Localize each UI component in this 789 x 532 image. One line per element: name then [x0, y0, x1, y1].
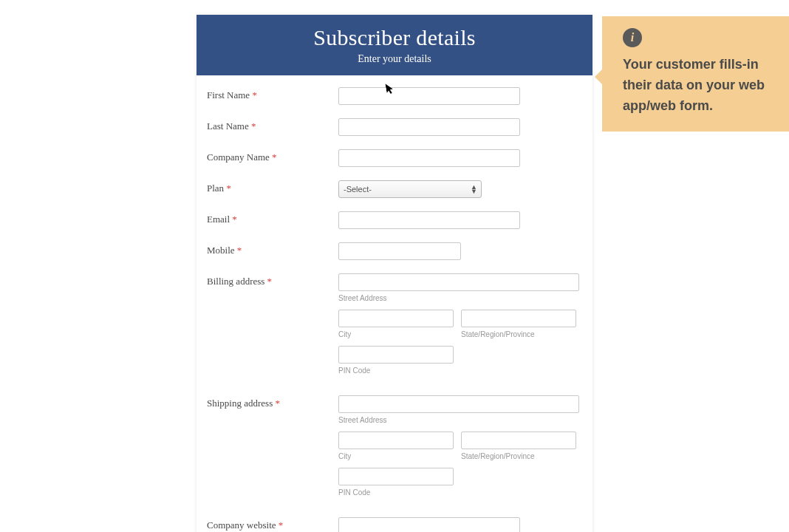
plan-select[interactable]: [338, 180, 482, 198]
shipping-street-line: Street Address: [338, 395, 582, 424]
fields-mobile: [338, 242, 582, 260]
sublabel-pin: PIN Code: [338, 488, 582, 497]
tooltip-text: Your customer fills-in their data on you…: [623, 55, 773, 117]
label-text: Last Name: [207, 120, 249, 132]
row-mobile: Mobile *: [207, 242, 582, 260]
row-company-website: Company website * Enter a value for this…: [207, 517, 582, 532]
shipping-pin-line: PIN Code: [338, 468, 582, 497]
company-name-input[interactable]: [338, 149, 520, 167]
required-mark: *: [226, 183, 231, 194]
fields-first-name: [338, 87, 582, 105]
email-input[interactable]: [338, 211, 520, 229]
label-billing: Billing address *: [207, 273, 338, 287]
form-subtitle: Enter your details: [204, 53, 585, 65]
fields-email: [338, 211, 582, 229]
label-text: Company Name: [207, 151, 270, 163]
form-title: Subscriber details: [204, 25, 585, 50]
form-header: Subscriber details Enter your details: [197, 15, 592, 75]
fields-last-name: [338, 118, 582, 136]
row-plan: Plan * ▲▼: [207, 180, 582, 198]
label-text: Email: [207, 214, 230, 225]
billing-state-col: State/Region/Province: [461, 310, 576, 338]
shipping-city-col: City: [338, 432, 454, 460]
row-company-name: Company Name *: [207, 149, 582, 167]
required-mark: *: [272, 151, 277, 163]
label-text: Shipping address: [207, 398, 273, 409]
label-email: Email *: [207, 211, 338, 225]
required-mark: *: [279, 519, 284, 531]
sublabel-city: City: [338, 452, 454, 460]
label-company-website: Company website *: [207, 517, 338, 531]
info-tooltip: i Your customer fills-in their data on y…: [602, 16, 789, 132]
form-body: First Name * Last Name * Company Name *: [197, 75, 592, 532]
required-mark: *: [251, 120, 256, 132]
fields-billing: Street Address City State/Region/Provinc…: [338, 273, 582, 382]
label-plan: Plan *: [207, 180, 338, 194]
required-mark: *: [267, 276, 273, 287]
last-name-input[interactable]: [338, 118, 520, 136]
sublabel-city: City: [338, 330, 454, 338]
label-shipping: Shipping address *: [207, 395, 338, 409]
plan-select-wrap: ▲▼: [338, 180, 482, 198]
row-billing: Billing address * Street Address City St…: [207, 273, 582, 382]
billing-pin-line: PIN Code: [338, 346, 582, 375]
row-first-name: First Name *: [207, 87, 582, 105]
label-last-name: Last Name *: [207, 118, 338, 132]
row-email: Email *: [207, 211, 582, 229]
label-text: First Name: [207, 89, 250, 100]
billing-city-state-line: City State/Region/Province: [338, 310, 582, 338]
billing-street-line: Street Address: [338, 273, 582, 302]
required-mark: *: [252, 89, 257, 100]
company-website-input[interactable]: [338, 517, 520, 532]
sublabel-state: State/Region/Province: [461, 330, 576, 338]
billing-street-input[interactable]: [338, 273, 579, 291]
shipping-state-col: State/Region/Province: [461, 432, 576, 460]
billing-city-input[interactable]: [338, 310, 454, 327]
fields-plan: ▲▼: [338, 180, 582, 198]
billing-pin-input[interactable]: [338, 346, 454, 364]
required-mark: *: [237, 245, 242, 256]
sublabel-street: Street Address: [338, 416, 582, 424]
fields-company-website: Enter a value for this field.: [338, 517, 582, 532]
label-company-name: Company Name *: [207, 149, 338, 163]
subscriber-form-panel: Subscriber details Enter your details Fi…: [197, 15, 592, 532]
fields-shipping: Street Address City State/Region/Provinc…: [338, 395, 582, 504]
label-text: Mobile: [207, 245, 235, 256]
billing-state-input[interactable]: [461, 310, 576, 327]
sublabel-street: Street Address: [338, 294, 582, 302]
shipping-street-input[interactable]: [338, 395, 579, 413]
label-text: Company website: [207, 519, 276, 531]
label-first-name: First Name *: [207, 87, 338, 101]
label-mobile: Mobile *: [207, 242, 338, 256]
sublabel-state: State/Region/Province: [461, 452, 576, 460]
fields-company-name: [338, 149, 582, 167]
row-shipping: Shipping address * Street Address City S…: [207, 395, 582, 504]
required-mark: *: [232, 214, 237, 225]
required-mark: *: [275, 398, 280, 409]
shipping-city-state-line: City State/Region/Province: [338, 432, 582, 460]
mobile-input[interactable]: [338, 242, 461, 260]
first-name-input[interactable]: [338, 87, 520, 105]
row-last-name: Last Name *: [207, 118, 582, 136]
shipping-city-input[interactable]: [338, 432, 454, 449]
info-icon: i: [623, 28, 642, 47]
shipping-state-input[interactable]: [461, 432, 576, 449]
label-text: Billing address: [207, 276, 264, 287]
billing-city-col: City: [338, 310, 454, 338]
sublabel-pin: PIN Code: [338, 366, 582, 375]
shipping-pin-input[interactable]: [338, 468, 454, 485]
label-text: Plan: [207, 183, 224, 194]
